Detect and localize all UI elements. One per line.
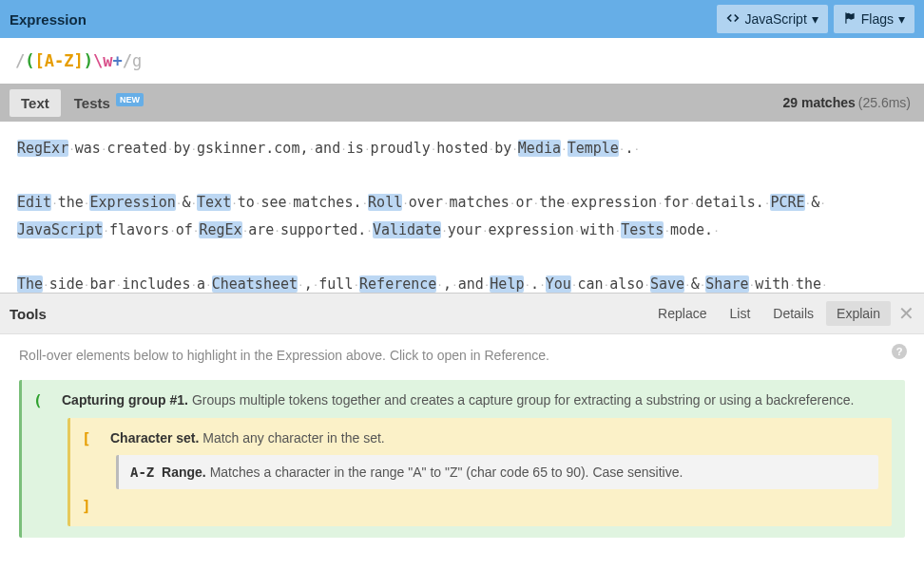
regex-open-delim: / <box>15 51 25 70</box>
help-icon[interactable]: ? <box>892 344 907 359</box>
tools-title: Tools <box>10 306 645 322</box>
group-desc: Groups multiple tokens together and crea… <box>192 392 855 408</box>
flags-label: Flags <box>861 11 894 27</box>
charset-close-symbol: ] <box>82 497 110 515</box>
match-time: (25.6ms) <box>858 95 911 110</box>
explain-charset-block[interactable]: [ Character set. Match any character in … <box>67 418 892 527</box>
regex-charset-open: [ <box>35 51 45 70</box>
test-text[interactable]: RegExr·was·created·by·gskinner.com,·and·… <box>0 122 924 293</box>
range-title: Range. <box>162 465 206 480</box>
text-tabbar: Text Tests NEW 29 matches (25.6ms) <box>0 84 924 122</box>
expression-header: Expression JavaScript ▾ Flags ▾ <box>0 0 924 38</box>
caret-down-icon: ▾ <box>898 11 905 27</box>
close-icon[interactable]: ✕ <box>898 302 914 325</box>
flavor-button[interactable]: JavaScript ▾ <box>717 5 827 33</box>
tool-tab-details[interactable]: Details <box>762 301 824 326</box>
regex-group-open: ( <box>25 51 34 70</box>
caret-down-icon: ▾ <box>812 11 818 27</box>
regex-quantifier: + <box>112 51 122 70</box>
tools-header: Tools Replace List Details Explain ✕ <box>0 293 924 334</box>
regex-close-delim: / <box>123 51 132 70</box>
regex-flags: g <box>132 51 142 70</box>
flavor-label: JavaScript <box>744 11 806 27</box>
group-title: Capturing group #1. <box>62 392 188 408</box>
expression-input[interactable]: / ( [ A-Z ] ) \w + / g <box>0 38 924 84</box>
new-badge: NEW <box>116 93 144 106</box>
charset-open-symbol: [ <box>82 429 110 447</box>
tool-tab-explain[interactable]: Explain <box>826 301 891 326</box>
match-count: 29 matches <box>782 95 855 110</box>
expression-title: Expression <box>10 11 711 28</box>
tab-text[interactable]: Text <box>10 89 61 117</box>
flags-button[interactable]: Flags ▾ <box>834 5 914 33</box>
regex-group-close: ) <box>84 51 93 70</box>
range-desc: Matches a character in the range "A" to … <box>210 465 683 480</box>
charset-title: Character set. <box>110 430 199 446</box>
tool-tab-list[interactable]: List <box>719 301 760 326</box>
tab-tests-label: Tests <box>74 95 110 111</box>
explain-range-block[interactable]: A-Z Range. Matches a character in the ra… <box>116 455 878 489</box>
explain-panel: ? Roll-over elements below to highlight … <box>0 334 924 538</box>
range-text: A-Z <box>130 465 154 480</box>
code-icon <box>726 11 740 28</box>
regex-escape: \w <box>93 51 112 70</box>
explain-group-block[interactable]: ( Capturing group #1. Groups multiple to… <box>19 380 905 538</box>
flag-icon <box>843 11 857 28</box>
regex-charset-close: ] <box>73 51 83 70</box>
tool-tab-replace[interactable]: Replace <box>647 301 717 326</box>
charset-desc: Match any character in the set. <box>202 430 384 446</box>
tab-tests[interactable]: Tests NEW <box>63 89 155 117</box>
group-open-symbol: ( <box>33 391 62 409</box>
regex-range: A-Z <box>45 51 74 70</box>
explain-hint: Roll-over elements below to highlight in… <box>19 348 905 363</box>
